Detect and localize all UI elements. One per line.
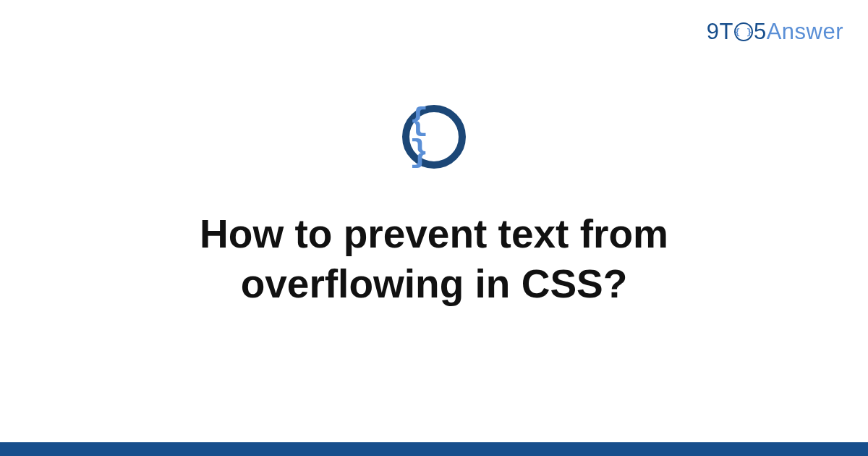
braces-icon: { }	[409, 105, 459, 169]
category-badge-icon: { }	[402, 105, 466, 169]
question-title: How to prevent text from overflowing in …	[109, 209, 760, 309]
main-content: { } How to prevent text from overflowing…	[0, 0, 868, 456]
bottom-accent-bar	[0, 442, 868, 456]
